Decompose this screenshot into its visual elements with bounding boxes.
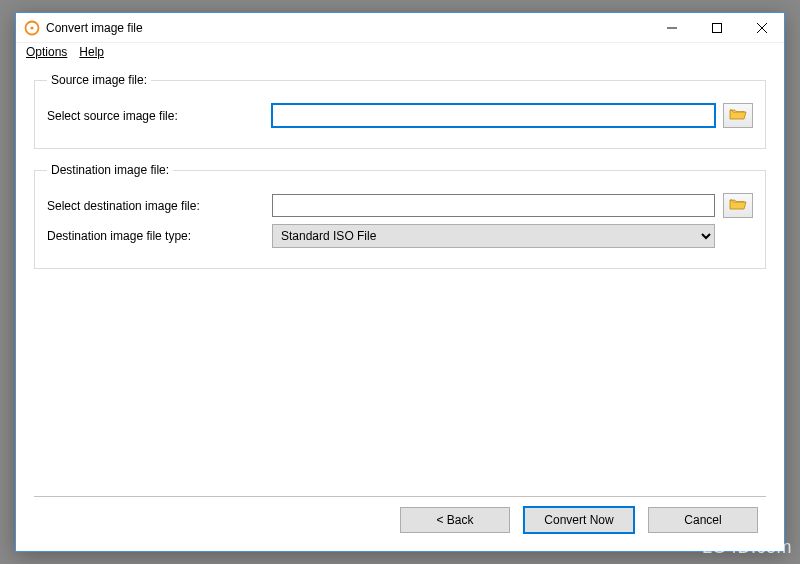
svg-point-1 [30, 26, 33, 29]
source-browse-button[interactable] [723, 103, 753, 128]
destination-input[interactable] [272, 194, 715, 217]
destination-type-row: Destination image file type: Standard IS… [47, 224, 753, 248]
source-row: Select source image file: [47, 103, 753, 128]
folder-icon [729, 197, 747, 214]
source-label: Select source image file: [47, 109, 272, 123]
menubar: Options Help [16, 43, 784, 65]
source-field-wrap [272, 104, 715, 127]
minimize-button[interactable] [649, 13, 694, 42]
destination-field-wrap [272, 194, 715, 217]
destination-type-field-wrap: Standard ISO File [272, 224, 715, 248]
source-legend: Source image file: [47, 73, 151, 87]
titlebar: Convert image file [16, 13, 784, 43]
maximize-button[interactable] [694, 13, 739, 42]
close-button[interactable] [739, 13, 784, 42]
source-input[interactable] [272, 104, 715, 127]
destination-select-row: Select destination image file: [47, 193, 753, 218]
app-disc-icon [24, 20, 40, 36]
button-row: < Back Convert Now Cancel [34, 507, 766, 541]
convert-now-button[interactable]: Convert Now [524, 507, 634, 533]
separator [34, 496, 766, 497]
svg-rect-3 [712, 23, 721, 32]
app-window: Convert image file Options Help Source i… [15, 12, 785, 552]
destination-legend: Destination image file: [47, 163, 173, 177]
destination-type-label: Destination image file type: [47, 229, 272, 243]
folder-icon [729, 107, 747, 124]
destination-group: Destination image file: Select destinati… [34, 163, 766, 269]
back-button[interactable]: < Back [400, 507, 510, 533]
destination-browse-button[interactable] [723, 193, 753, 218]
menu-options[interactable]: Options [26, 45, 67, 59]
window-title: Convert image file [46, 21, 143, 35]
destination-select-label: Select destination image file: [47, 199, 272, 213]
destination-type-select[interactable]: Standard ISO File [272, 224, 715, 248]
content-area: Source image file: Select source image f… [16, 65, 784, 551]
cancel-button[interactable]: Cancel [648, 507, 758, 533]
source-group: Source image file: Select source image f… [34, 73, 766, 149]
menu-help[interactable]: Help [79, 45, 104, 59]
